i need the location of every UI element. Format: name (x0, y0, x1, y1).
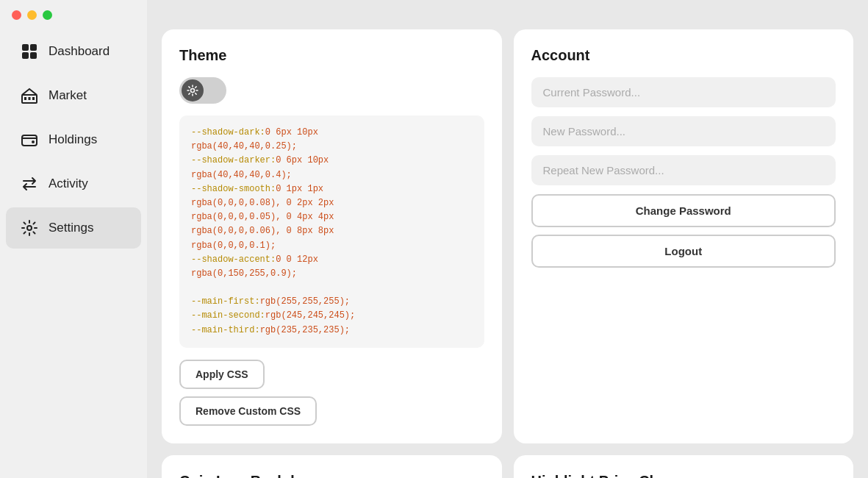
svg-rect-6 (29, 97, 31, 100)
sidebar: Dashboard Market Holdings (0, 0, 147, 478)
minimize-button[interactable] (27, 10, 37, 20)
svg-point-9 (32, 140, 35, 143)
theme-card: Theme --shadow-dark:0 6px 10px rgba(40,4… (162, 29, 502, 443)
svg-rect-2 (22, 52, 29, 59)
account-card-title: Account (531, 47, 836, 64)
bottom-cards-grid: Coin Icon Backdrop Enabled Disabled High… (162, 455, 853, 478)
theme-card-title: Theme (179, 47, 484, 64)
sidebar-item-market[interactable]: Market (6, 75, 141, 116)
theme-toggle[interactable] (179, 77, 226, 104)
highlight-price-title: Highlight Price Change (531, 473, 836, 478)
svg-point-10 (27, 226, 32, 230)
current-password-input[interactable] (531, 77, 836, 107)
logout-button[interactable]: Logout (531, 235, 836, 268)
sidebar-item-settings-label: Settings (49, 221, 93, 235)
svg-rect-7 (32, 97, 35, 100)
maximize-button[interactable] (43, 10, 52, 20)
titlebar (0, 0, 147, 29)
svg-rect-8 (22, 135, 37, 146)
sidebar-item-market-label: Market (49, 88, 87, 103)
remove-custom-css-button[interactable]: Remove Custom CSS (179, 396, 317, 426)
repeat-password-input[interactable] (531, 155, 836, 185)
theme-toggle-wrap (179, 77, 484, 104)
apply-css-button[interactable]: Apply CSS (179, 360, 265, 389)
highlight-price-card: Highlight Price Change Enabled Disabled (514, 455, 854, 478)
wallet-icon (21, 131, 38, 149)
coin-icon-backdrop-title: Coin Icon Backdrop (179, 473, 484, 478)
grid-icon (21, 43, 38, 60)
sidebar-item-dashboard-label: Dashboard (49, 44, 110, 59)
gear-icon (21, 219, 38, 237)
building-icon (21, 87, 38, 104)
new-password-input[interactable] (531, 116, 836, 146)
svg-point-11 (191, 89, 195, 93)
sidebar-item-holdings-label: Holdings (49, 132, 97, 147)
css-code-box: --shadow-dark:0 6px 10px rgba(40,40,40,0… (179, 115, 484, 348)
svg-rect-1 (30, 44, 37, 51)
change-password-button[interactable]: Change Password (531, 194, 836, 227)
cards-grid: Theme --shadow-dark:0 6px 10px rgba(40,4… (162, 29, 853, 443)
svg-rect-3 (30, 52, 37, 59)
main-content: Theme --shadow-dark:0 6px 10px rgba(40,4… (147, 0, 868, 478)
arrows-icon (21, 175, 38, 193)
sidebar-item-settings[interactable]: Settings (6, 207, 141, 249)
sidebar-item-holdings[interactable]: Holdings (6, 119, 141, 160)
svg-rect-5 (24, 97, 26, 100)
sidebar-item-activity[interactable]: Activity (6, 163, 141, 204)
coin-icon-backdrop-card: Coin Icon Backdrop Enabled Disabled (162, 455, 502, 478)
toggle-knob (182, 79, 204, 101)
sidebar-item-activity-label: Activity (49, 176, 88, 191)
account-card: Account Change Password Logout (514, 29, 854, 443)
close-button[interactable] (12, 10, 21, 20)
svg-rect-0 (22, 44, 29, 51)
sidebar-item-dashboard[interactable]: Dashboard (6, 31, 141, 72)
css-buttons-row: Apply CSS (179, 360, 484, 389)
